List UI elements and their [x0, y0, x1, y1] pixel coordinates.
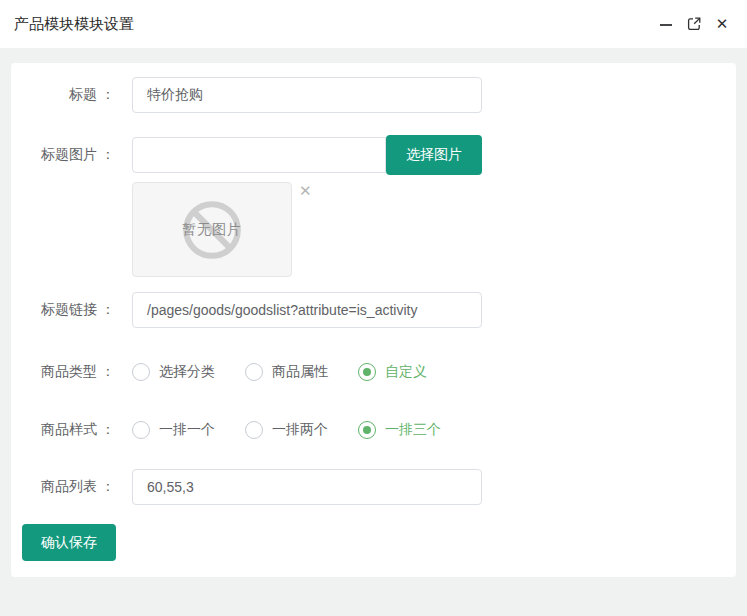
goods-type-label: 商品类型 ： [11, 363, 132, 381]
radio-icon[interactable] [132, 421, 150, 439]
title-image-label: 标题图片 ： [11, 146, 132, 164]
minimize-icon[interactable] [657, 15, 675, 33]
goods-style-row: 商品样式 ： 一排一个 一排两个 一排三个 [11, 418, 736, 442]
radio-option-one-per-row[interactable]: 一排一个 [132, 421, 215, 439]
goods-list-row: 商品列表 ： [11, 469, 736, 505]
window-controls: ✕ [657, 15, 731, 33]
dialog-title: 产品模块模块设置 [14, 15, 134, 34]
no-image-text: 暂无图片 [133, 220, 291, 238]
goods-type-row: 商品类型 ： 选择分类 商品属性 自定义 [11, 360, 736, 384]
radio-icon[interactable] [245, 421, 263, 439]
dialog-body: 标题 ： 标题图片 ： 选择图片 暂无图片 ✕ [0, 48, 747, 616]
radio-icon[interactable] [358, 363, 376, 381]
title-image-input[interactable] [132, 137, 386, 173]
radio-option-three-per-row[interactable]: 一排三个 [358, 421, 441, 439]
radio-option-select-category[interactable]: 选择分类 [132, 363, 215, 381]
radio-icon[interactable] [358, 421, 376, 439]
dialog-titlebar: 产品模块模块设置 ✕ [0, 0, 747, 48]
goods-style-label: 商品样式 ： [11, 421, 132, 439]
goods-list-label: 商品列表 ： [11, 478, 132, 496]
title-link-input[interactable] [132, 292, 482, 328]
goods-list-input[interactable] [132, 469, 482, 505]
image-preview-box: 暂无图片 [132, 182, 292, 277]
radio-option-two-per-row[interactable]: 一排两个 [245, 421, 328, 439]
radio-icon[interactable] [245, 363, 263, 381]
confirm-save-button[interactable]: 确认保存 [22, 524, 116, 561]
radio-option-goods-attribute[interactable]: 商品属性 [245, 363, 328, 381]
radio-option-custom[interactable]: 自定义 [358, 363, 427, 381]
title-link-label: 标题链接 ： [11, 301, 132, 319]
close-icon[interactable]: ✕ [713, 15, 731, 33]
settings-form-panel: 标题 ： 标题图片 ： 选择图片 暂无图片 ✕ [11, 63, 736, 577]
title-link-row: 标题链接 ： [11, 292, 736, 328]
image-preview-row: 暂无图片 ✕ [11, 182, 736, 277]
title-row: 标题 ： [11, 77, 736, 113]
title-image-row: 标题图片 ： 选择图片 [11, 135, 736, 175]
maximize-icon[interactable] [685, 15, 703, 33]
title-input[interactable] [132, 77, 482, 113]
title-label: 标题 ： [11, 86, 132, 104]
radio-icon[interactable] [132, 363, 150, 381]
remove-image-icon[interactable]: ✕ [299, 184, 312, 198]
module-settings-dialog: 产品模块模块设置 ✕ 标题 ： 标题图 [0, 0, 747, 616]
choose-image-button[interactable]: 选择图片 [386, 135, 482, 175]
